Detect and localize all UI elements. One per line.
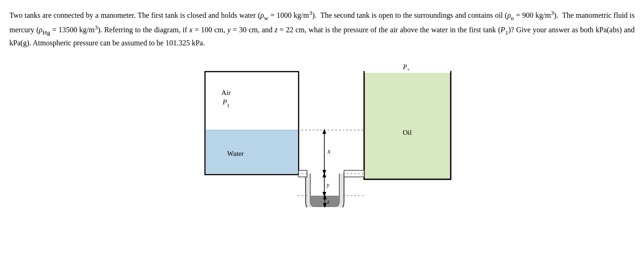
air-label: Air bbox=[221, 89, 231, 96]
svg-marker-23 bbox=[322, 129, 326, 134]
rho-w-symbol: ρ bbox=[260, 11, 264, 19]
svg-rect-1 bbox=[206, 130, 298, 174]
water-label: Water bbox=[227, 150, 243, 157]
y-label: y bbox=[326, 181, 329, 188]
problem-paragraph: Two tanks are connected by a manometer. … bbox=[9, 8, 635, 49]
diagram-svg: Air P1 Water P2 Oil bbox=[177, 58, 467, 207]
problem-text: Two tanks are connected by a manometer. … bbox=[9, 8, 635, 49]
oil-label: Oil bbox=[402, 129, 411, 136]
rho-o-symbol: ρ bbox=[507, 11, 511, 19]
z-label: z bbox=[327, 198, 329, 205]
diagram-area: Air P1 Water P2 Oil bbox=[9, 58, 635, 207]
svg-rect-5 bbox=[365, 73, 450, 178]
x-label: x bbox=[327, 148, 331, 155]
p1-label: P1 bbox=[222, 98, 230, 108]
